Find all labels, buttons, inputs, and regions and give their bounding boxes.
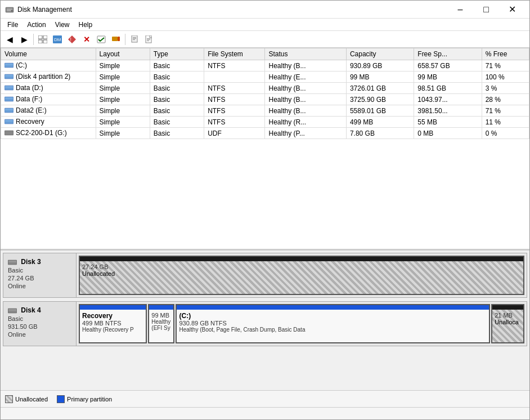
col-pct: % Free: [482, 48, 529, 60]
col-free: Free Sp...: [414, 48, 482, 60]
partition-name: (C:): [179, 312, 487, 320]
partition-top-bar: [80, 257, 523, 261]
close-button[interactable]: ✕: [499, 1, 525, 19]
partition-1-3[interactable]: 21 MBUnalloca: [491, 304, 524, 343]
svg-rect-5: [38, 40, 42, 43]
cell-status: Healthy (E...: [265, 72, 346, 83]
partition-status: Healthy (EFI Sy: [151, 319, 171, 331]
disk-partitions: Recovery499 MB NTFSHealthy (Recovery P99…: [77, 302, 527, 346]
cell-layout: Simple: [96, 105, 150, 117]
svg-rect-20: [147, 39, 150, 40]
cell-capacity: 930.89 GB: [346, 60, 414, 72]
cell-layout: Simple: [96, 60, 150, 72]
cell-layout: Simple: [96, 117, 150, 128]
back-button[interactable]: ◀: [3, 33, 16, 46]
cell-pct-free: 11 %: [482, 117, 529, 128]
maximize-button[interactable]: □: [473, 1, 499, 19]
cell-volume: Data2 (E:): [1, 105, 96, 117]
menu-action[interactable]: Action: [23, 20, 50, 30]
volume-row-icon: (Disk 4 partition 2): [5, 73, 70, 81]
partition-fs: Unalloca: [495, 319, 521, 325]
toolbar: ◀ ▶ DM ! ✕: [1, 31, 529, 48]
legend-unallocated-label: Unallocated: [15, 396, 48, 403]
cell-free: 1043.97...: [414, 94, 482, 105]
svg-rect-3: [38, 35, 42, 39]
cell-volume: (C:): [1, 60, 96, 72]
menu-help[interactable]: Help: [74, 20, 97, 30]
cell-type: Basic: [150, 128, 204, 139]
cell-free: 0 MB: [414, 128, 482, 139]
cell-capacity: 3726.01 GB: [346, 83, 414, 94]
doc-button[interactable]: [142, 33, 156, 46]
title-bar-controls: – □ ✕: [447, 1, 525, 19]
flag-button[interactable]: [109, 33, 123, 46]
cell-type: Basic: [150, 105, 204, 117]
table-row[interactable]: Data2 (E:) Simple Basic NTFS Healthy (B.…: [1, 105, 529, 117]
cell-free: 99 MB: [414, 72, 482, 83]
table-row[interactable]: (Disk 4 partition 2) Simple Basic Health…: [1, 72, 529, 83]
table-row[interactable]: Data (F:) Simple Basic NTFS Healthy (B..…: [1, 94, 529, 105]
cell-status: Healthy (B...: [265, 83, 346, 94]
svg-marker-9: [68, 35, 76, 43]
cell-capacity: 99 MB: [346, 72, 414, 83]
disk-size: 931.50 GB: [8, 323, 71, 330]
cell-capacity: 3725.90 GB: [346, 94, 414, 105]
svg-rect-15: [133, 37, 136, 38]
cell-layout: Simple: [96, 94, 150, 105]
grid-button[interactable]: [36, 33, 50, 46]
forward-button[interactable]: ▶: [17, 33, 31, 46]
cell-capacity: 5589.01 GB: [346, 105, 414, 117]
svg-rect-25: [5, 75, 13, 77]
disk-label-0: Disk 3 Basic 27.24 GB Online: [3, 253, 77, 297]
cell-status: Healthy (B...: [265, 105, 346, 117]
partition-status: Healthy (Boot, Page File, Crash Dump, Ba…: [179, 327, 487, 333]
cell-free: 98.51 GB: [414, 83, 482, 94]
legend-primary-label: Primary partition: [67, 396, 112, 403]
col-capacity: Capacity: [346, 48, 414, 60]
cell-free: 3981.50...: [414, 105, 482, 117]
cell-pct-free: 71 %: [482, 105, 529, 117]
title-bar-left: Disk Management: [5, 5, 72, 14]
table-row[interactable]: Data (D:) Simple Basic NTFS Healthy (B..…: [1, 83, 529, 94]
cell-volume: (Disk 4 partition 2): [1, 72, 96, 83]
partition-1-2[interactable]: (C:)930.89 GB NTFSHealthy (Boot, Page Fi…: [176, 304, 490, 343]
cell-volume: Recovery: [1, 117, 96, 128]
window-title: Disk Management: [17, 6, 72, 14]
partition-1-0[interactable]: Recovery499 MB NTFSHealthy (Recovery P: [79, 304, 147, 343]
cell-layout: Simple: [96, 128, 150, 139]
svg-rect-33: [5, 120, 13, 122]
col-status: Status: [265, 48, 346, 60]
delete-button[interactable]: !: [65, 33, 79, 46]
menu-file[interactable]: File: [3, 20, 23, 30]
menu-bar: File Action View Help: [1, 19, 529, 31]
volume-row-icon: (C:): [5, 61, 27, 69]
image-button[interactable]: DM: [51, 33, 64, 46]
partition-0-0[interactable]: 27.24 GBUnallocated: [79, 256, 524, 295]
legend-primary: Primary partition: [57, 395, 112, 403]
svg-rect-4: [43, 35, 47, 39]
cell-pct-free: 71 %: [482, 60, 529, 72]
volume-row-icon: Data (D:): [5, 84, 43, 92]
cell-pct-free: 28 %: [482, 94, 529, 105]
cell-fs: UDF: [204, 128, 265, 139]
svg-rect-19: [147, 38, 150, 39]
col-volume: Volume: [1, 48, 96, 60]
check-button[interactable]: [95, 33, 108, 46]
table-row[interactable]: (C:) Simple Basic NTFS Healthy (B... 930…: [1, 60, 529, 72]
toolbar-sep-1: [33, 34, 34, 45]
partition-fs: Unallocated: [82, 270, 521, 277]
clip-button[interactable]: [128, 33, 141, 46]
table-row[interactable]: Recovery Simple Basic NTFS Healthy (R...…: [1, 117, 529, 128]
col-fs: File System: [204, 48, 265, 60]
status-bar: [1, 407, 529, 419]
menu-view[interactable]: View: [51, 20, 74, 30]
cell-fs: NTFS: [204, 83, 265, 94]
svg-point-2: [11, 10, 13, 11]
svg-rect-38: [8, 309, 16, 311]
partition-1-1[interactable]: 99 MBHealthy (EFI Sy: [148, 304, 174, 343]
cell-type: Basic: [150, 60, 204, 72]
main-content: Volume Layout Type File System Status Ca…: [1, 48, 529, 407]
minimize-button[interactable]: –: [447, 1, 473, 19]
table-row[interactable]: SC2-200-D1 (G:) Simple Basic UDF Healthy…: [1, 128, 529, 139]
x-button[interactable]: ✕: [80, 33, 93, 46]
